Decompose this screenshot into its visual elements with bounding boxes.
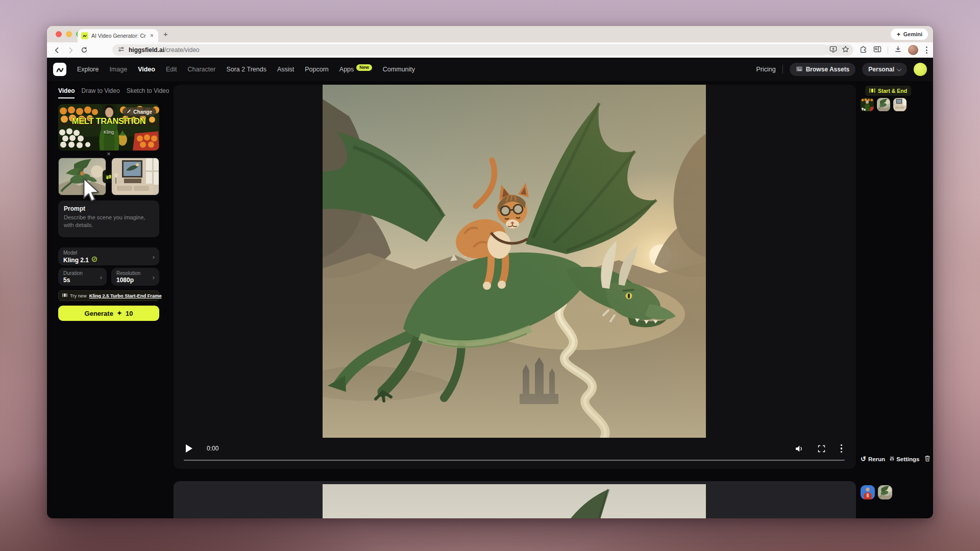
gemini-label: Gemini <box>903 31 922 37</box>
duration-value: 5s <box>63 277 70 284</box>
video-menu-icon[interactable] <box>839 444 844 453</box>
browser-window: AI Video Generator: Create s × + ✦ Gemin… <box>47 26 933 518</box>
settings-sliders-icon <box>890 456 894 463</box>
resolution-label: Resolution <box>116 270 154 276</box>
tab-video[interactable]: Video <box>58 87 75 98</box>
nav-video[interactable]: Video <box>138 66 155 73</box>
start-end-frame-icon <box>869 88 875 94</box>
duration-label: Duration <box>63 270 102 276</box>
minimize-window-button[interactable] <box>66 31 72 37</box>
browser-menu-icon[interactable] <box>924 46 929 54</box>
mouse-cursor <box>81 177 100 206</box>
browser-profile-avatar[interactable] <box>908 45 918 55</box>
pricing-link[interactable]: Pricing <box>756 66 775 73</box>
higgsfield-logo[interactable] <box>53 63 66 76</box>
back-icon[interactable] <box>53 46 61 54</box>
new-tab-button[interactable]: + <box>163 30 168 38</box>
sparkle-icon: ✦ <box>117 310 122 317</box>
start-end-frame-icon <box>62 293 67 298</box>
model-label: Model <box>63 250 154 256</box>
nav-character[interactable]: Character <box>188 66 216 73</box>
template-title: MELT TRANSITION <box>58 116 159 126</box>
pencil-icon <box>127 109 131 115</box>
delete-button[interactable] <box>924 455 930 463</box>
nav-image[interactable]: Image <box>109 66 127 73</box>
generate-cost: 10 <box>126 310 133 317</box>
swap-icon: ⇄ <box>106 174 112 180</box>
downloads-icon[interactable] <box>894 45 902 55</box>
fullscreen-icon[interactable] <box>817 444 826 453</box>
url-domain: higgsfield.ai <box>129 46 164 54</box>
start-frame-mini-thumbnail[interactable] <box>877 98 890 111</box>
prompt-input[interactable]: Prompt Describe the scene you imagine, w… <box>58 201 159 237</box>
model-selector[interactable]: Model Kling 2.1 › <box>58 247 159 265</box>
result-actions: ↺ Rerun Settings <box>861 455 930 463</box>
save-page-icon[interactable] <box>829 45 837 55</box>
nav-assist[interactable]: Assist <box>277 66 294 73</box>
tab-title: AI Video Generator: Create s <box>91 33 146 39</box>
resolution-selector[interactable]: Resolution 1080p › <box>111 268 159 286</box>
change-template-button[interactable]: Change <box>122 107 156 116</box>
prompt-placeholder: Describe the scene you imagine, with det… <box>64 214 154 230</box>
chevron-right-icon: › <box>100 273 102 281</box>
second-video-card[interactable] <box>174 481 856 518</box>
chevron-right-icon: › <box>153 253 155 260</box>
tab-sketch-to-video[interactable]: Sketch to Video <box>127 87 169 98</box>
nav-explore[interactable]: Explore <box>77 66 99 73</box>
url-path: /create/video <box>164 46 200 54</box>
browse-assets-button[interactable]: Browse Assets <box>790 63 856 76</box>
character-mini-thumbnail[interactable] <box>861 485 875 499</box>
chevron-down-icon <box>897 66 902 71</box>
template-mini-thumbnail[interactable] <box>861 98 874 111</box>
dragon-mini-thumbnail[interactable] <box>878 485 892 499</box>
start-end-badge: Start & End <box>865 86 911 96</box>
volume-icon[interactable] <box>794 444 804 453</box>
browser-tabstrip: AI Video Generator: Create s × + ✦ Gemin… <box>47 26 933 42</box>
end-frame-mini-thumbnail[interactable] <box>893 98 906 111</box>
extensions-icon[interactable] <box>860 45 867 55</box>
browser-tab[interactable]: AI Video Generator: Create s × <box>78 29 158 42</box>
forward-icon[interactable] <box>67 46 75 54</box>
model-value: Kling 2.1 <box>63 257 89 264</box>
reload-icon[interactable] <box>81 46 88 54</box>
nav-edit[interactable]: Edit <box>166 66 177 73</box>
workspace-selector[interactable]: Personal <box>862 63 907 76</box>
toolbar-divider <box>888 46 888 54</box>
user-avatar[interactable] <box>914 63 927 76</box>
tab-draw-to-video[interactable]: Draw to Video <box>81 87 119 98</box>
nav-popcorn[interactable]: Popcorn <box>305 66 329 73</box>
video-progress-bar[interactable] <box>184 460 845 461</box>
end-frame-thumbnail[interactable] <box>111 158 159 195</box>
tab-close-icon[interactable]: × <box>149 32 155 39</box>
play-icon[interactable] <box>186 444 192 453</box>
generate-button[interactable]: Generate ✦ 10 <box>58 306 159 321</box>
rerun-button[interactable]: ↺ Rerun <box>861 455 885 463</box>
close-window-button[interactable] <box>56 31 62 37</box>
video-time: 0:00 <box>207 445 218 452</box>
new-badge: New <box>356 64 372 71</box>
settings-button[interactable]: Settings <box>890 456 919 463</box>
duration-selector[interactable]: Duration 5s › <box>58 268 107 286</box>
nav-community[interactable]: Community <box>383 66 415 73</box>
video-controls: 0:00 <box>174 438 856 459</box>
save-share-group <box>825 44 853 56</box>
gemini-button[interactable]: ✦ Gemini <box>891 29 928 40</box>
bookmark-star-icon[interactable] <box>842 45 849 55</box>
banner-link[interactable]: Kling 2.5 Turbo Start-End Frame <box>89 293 162 298</box>
generated-video-card[interactable]: 0:00 <box>174 85 856 469</box>
nav-sora-2-trends[interactable]: Sora 2 Trends <box>226 66 266 73</box>
template-provider: Kling <box>58 130 159 135</box>
template-card[interactable]: MELT TRANSITION Kling Change <box>58 104 159 151</box>
remove-frames-button[interactable]: × <box>58 151 159 157</box>
higgsfield-page: Explore Image Video Edit Character Sora … <box>47 58 933 518</box>
rerun-icon: ↺ <box>861 455 866 463</box>
url-bar[interactable]: higgsfield.ai/create/video <box>112 44 829 56</box>
nav-apps[interactable]: AppsNew <box>339 66 372 73</box>
try-new-model-banner[interactable]: Try new Kling 2.5 Turbo Start-End Frame <box>58 290 159 301</box>
tab-search-icon[interactable] <box>873 45 881 55</box>
site-settings-icon[interactable] <box>118 45 125 55</box>
header-divider <box>782 65 783 74</box>
video-frame <box>323 85 706 438</box>
chevron-right-icon: › <box>153 273 155 281</box>
browser-toolbar: higgsfield.ai/create/video <box>47 42 933 58</box>
